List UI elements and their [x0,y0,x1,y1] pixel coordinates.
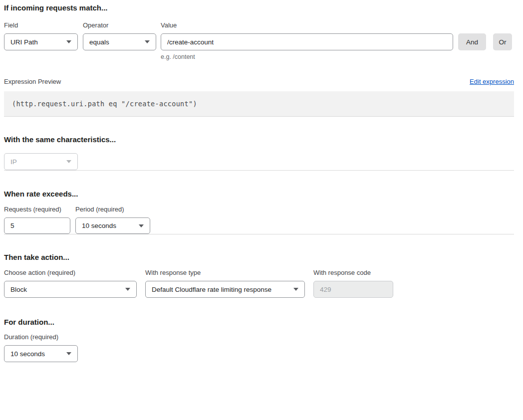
field-select[interactable]: URI Path [4,33,78,50]
chevron-down-icon [293,288,298,291]
chevron-down-icon [125,288,130,291]
operator-label: Operator [83,21,156,29]
chevron-down-icon [139,224,144,227]
response-type-select-value: Default Cloudflare rate limiting respons… [152,286,271,293]
field-select-value: URI Path [10,38,38,46]
field-label: Field [4,21,78,29]
expression-preview-header: Expression Preview Edit expression [4,78,514,85]
operator-select-value: equals [89,38,109,46]
chevron-down-icon [66,160,71,163]
value-column: Value e.g. /content [161,21,453,60]
rate-heading: When rate exceeds... [4,190,514,199]
and-button[interactable]: And [458,33,486,50]
response-code-label: With response code [313,269,393,276]
period-label: Period (required) [75,206,150,213]
section-characteristics: With the same characteristics... IP [4,135,514,170]
edit-expression-link[interactable]: Edit expression [470,78,514,85]
period-column: Period (required) 10 seconds [75,206,150,234]
operator-select[interactable]: equals [83,33,156,50]
requests-label: Requests (required) [4,206,70,213]
duration-column: Duration (required) 10 seconds [4,333,78,362]
action-select[interactable]: Block [4,281,137,298]
operator-column: Operator equals [83,21,156,50]
or-button[interactable]: Or [493,33,512,50]
requests-input[interactable] [4,217,70,234]
action-column: Choose action (required) Block [4,269,137,298]
duration-select-value: 10 seconds [10,350,45,358]
match-controls-row: Field URI Path Operator equals Value e.g… [4,21,514,60]
chevron-down-icon [66,352,71,355]
duration-label: Duration (required) [4,333,78,341]
characteristics-row: IP [4,153,514,170]
choose-action-label: Choose action (required) [4,269,137,276]
field-column: Field URI Path [4,21,78,50]
rate-limiting-rule-form: If incoming requests match... Field URI … [0,3,523,365]
duration-controls-row: Duration (required) 10 seconds [4,333,514,362]
value-label: Value [161,21,453,29]
action-heading: Then take action... [4,253,514,262]
requests-column: Requests (required) [4,206,70,234]
expression-preview-label: Expression Preview [4,78,61,85]
section-divider [4,170,514,171]
response-type-select[interactable]: Default Cloudflare rate limiting respons… [145,281,305,298]
section-action: Then take action... Choose action (requi… [4,253,514,298]
period-select-value: 10 seconds [82,222,116,229]
response-type-label: With response type [145,269,305,276]
duration-select[interactable]: 10 seconds [4,345,78,362]
characteristics-heading: With the same characteristics... [4,135,514,144]
section-incoming-requests: If incoming requests match... Field URI … [4,3,514,116]
response-code-column: With response code [313,269,393,298]
characteristic-select: IP [4,153,78,170]
incoming-requests-heading: If incoming requests match... [4,3,514,12]
rate-controls-row: Requests (required) Period (required) 10… [4,206,514,234]
section-rate: When rate exceeds... Requests (required)… [4,190,514,234]
action-controls-row: Choose action (required) Block With resp… [4,269,514,298]
response-type-column: With response type Default Cloudflare ra… [145,269,305,298]
characteristic-select-value: IP [10,158,17,166]
section-divider [4,234,514,234]
value-input[interactable] [161,33,453,50]
action-select-value: Block [10,286,27,293]
chevron-down-icon [145,40,150,43]
section-divider [4,116,514,117]
section-duration: For duration... Duration (required) 10 s… [4,318,514,362]
chevron-down-icon [66,40,71,43]
response-code-input [313,281,393,298]
expression-preview-code: (http.request.uri.path eq "/create-accou… [4,91,514,116]
period-select[interactable]: 10 seconds [75,217,150,234]
duration-heading: For duration... [4,318,514,327]
value-helper-text: e.g. /content [161,53,453,60]
